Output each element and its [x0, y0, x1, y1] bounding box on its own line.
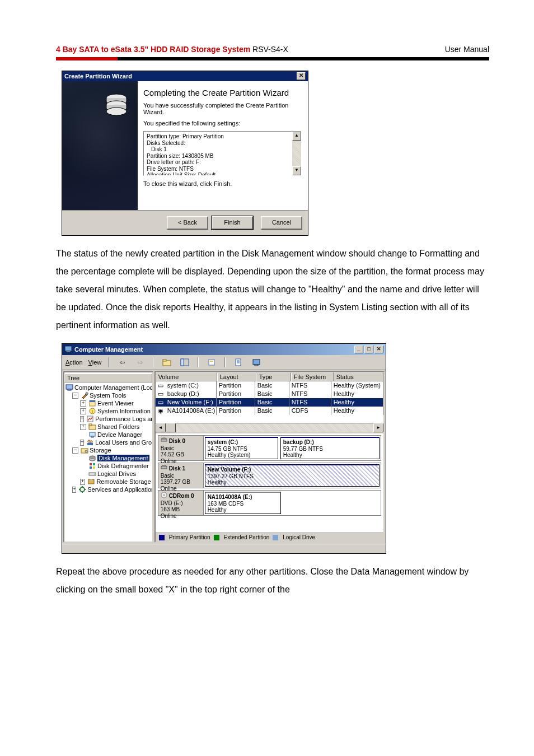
storage-icon [81, 446, 88, 454]
scroll-up-icon[interactable]: ▲ [292, 132, 301, 141]
tree-disk-management[interactable]: Disk Management [64, 454, 152, 462]
computer-icon [65, 384, 73, 391]
services-icon [78, 486, 86, 493]
wizard-titlebar: Create Partition Wizard ✕ [62, 71, 308, 81]
scroll-right-icon[interactable]: ► [373, 423, 383, 432]
tree-local-users[interactable]: + Local Users and Groups [64, 438, 152, 446]
info-icon: i [88, 407, 96, 415]
partition-block[interactable]: backup (D:) 59.77 GB NTFS Healthy [280, 437, 380, 459]
tree-storage[interactable]: − Storage [64, 446, 152, 454]
wizard-setting-row: File System: NTFS [147, 166, 289, 172]
properties-icon[interactable] [205, 356, 218, 368]
tree-system-info[interactable]: + i System Information [64, 407, 152, 415]
expand-icon[interactable]: + [80, 408, 86, 414]
col-volume[interactable]: Volume [156, 372, 217, 381]
tree-header: Tree [64, 374, 152, 382]
expand-icon[interactable]: + [80, 424, 86, 430]
expand-icon[interactable]: + [80, 416, 84, 422]
tree-disk-defrag[interactable]: Disk Defragmenter [64, 462, 152, 470]
drive-icon: ▭ [158, 382, 166, 389]
svg-rect-3 [65, 346, 72, 351]
col-type[interactable]: Type [256, 372, 291, 381]
svg-rect-41 [90, 479, 92, 481]
collapse-icon[interactable]: − [72, 393, 78, 399]
volume-list-header[interactable]: Volume Layout Type File System Status [156, 372, 383, 381]
settings-icon[interactable] [250, 356, 263, 368]
partition-block-selected[interactable]: New Volume (F:) 1397.27 GB NTFS Healthy [205, 464, 380, 487]
nav-forward-icon[interactable]: ⇨ [134, 356, 146, 368]
svg-rect-34 [90, 463, 92, 465]
menu-view[interactable]: View [88, 359, 102, 366]
show-tree-icon[interactable] [179, 356, 191, 368]
computer-management-window: Computer Management _ □ ✕ Action View ⇦ … [62, 343, 386, 554]
mmc-right-panel: Volume Layout Type File System Status ▭ … [154, 371, 385, 543]
wizard-close-hint: To close this wizard, click Finish. [143, 180, 301, 187]
close-icon[interactable]: ✕ [374, 346, 383, 353]
tree-services-apps[interactable]: + Services and Applications [64, 486, 152, 493]
volume-row[interactable]: ▭ backup (D:) Partition Basic NTFS Healt… [156, 390, 383, 398]
wizard-settings-scrollbar[interactable]: ▲ ▼ [292, 131, 301, 176]
wizard-settings-box: Partition type: Primary Partition Disks … [143, 131, 292, 176]
svg-text:i: i [92, 409, 93, 414]
close-icon[interactable]: ✕ [297, 72, 306, 80]
svg-rect-35 [93, 463, 95, 465]
tree-event-viewer[interactable]: + Event Viewer [64, 399, 152, 407]
tree-perf-logs[interactable]: + Performance Logs and Alerts [64, 415, 152, 423]
tree-root[interactable]: Computer Management (Local) [64, 384, 152, 391]
refresh-icon[interactable] [232, 356, 245, 368]
mmc-icon [64, 345, 72, 354]
col-filesystem[interactable]: File System [291, 372, 334, 381]
wizard-setting-row: Disks Selected: [147, 140, 289, 147]
disk-row[interactable]: Disk 0 Basic 74.52 GB Online system (C:)… [158, 435, 381, 461]
expand-icon[interactable]: + [80, 440, 84, 446]
mmc-title: Computer Management [74, 346, 143, 353]
nav-back-icon[interactable]: ⇦ [116, 356, 128, 368]
expand-icon[interactable]: + [72, 487, 76, 493]
col-layout[interactable]: Layout [217, 372, 256, 381]
disk-row[interactable]: Disk 1 Basic 1397.27 GB Online New Volum… [158, 463, 381, 488]
volume-hscroll[interactable]: ◄ ► [156, 423, 383, 432]
disk-row[interactable]: CDRom 0 DVD (E:) 163 MB Online NA1014008… [158, 490, 381, 516]
tools-icon [81, 391, 88, 399]
minimize-icon[interactable]: _ [354, 346, 363, 353]
cancel-button[interactable]: Cancel [261, 216, 302, 230]
tree-system-tools[interactable]: − System Tools [64, 391, 152, 399]
menu-action[interactable]: Action [65, 359, 83, 366]
disk-icon [161, 437, 167, 445]
back-button[interactable]: < Back [167, 216, 208, 230]
disk-graphical-pane[interactable]: Disk 0 Basic 74.52 GB Online system (C:)… [156, 432, 383, 533]
svg-rect-11 [236, 359, 241, 366]
tree-device-manager[interactable]: Device Manager [64, 431, 152, 438]
expand-icon[interactable]: + [80, 479, 85, 485]
scroll-down-icon[interactable]: ▼ [292, 166, 301, 175]
col-status[interactable]: Status [334, 372, 383, 381]
tree-shared-folders[interactable]: + Shared Folders [64, 423, 152, 431]
svg-rect-4 [66, 351, 71, 352]
volume-row-selected[interactable]: ▭ New Volume (F:) Partition Basic NTFS H… [156, 398, 383, 407]
partition-block[interactable]: NA1014008A (E:) 163 MB CDFS Healthy [205, 492, 282, 514]
up-folder-icon[interactable] [161, 356, 173, 368]
tree-logical-drives[interactable]: Logical Drives [64, 470, 152, 478]
volume-row[interactable]: ◉ NA1014008A (E:) Partition Basic CDFS H… [156, 407, 383, 415]
disk-icon [161, 464, 167, 473]
create-partition-wizard-window: Create Partition Wizard ✕ Completing the… [62, 71, 308, 236]
tree-removable-storage[interactable]: + Removable Storage [64, 478, 152, 486]
wizard-setting-row: Disk 1 [147, 146, 289, 153]
svg-point-30 [85, 450, 87, 452]
doc-header: 4 Bay SATA to eSata 3.5" HDD RAID Storag… [56, 45, 489, 54]
collapse-icon[interactable]: − [72, 447, 78, 454]
mmc-tree-panel[interactable]: Tree Computer Management (Local) − Syste… [63, 371, 153, 543]
volume-row[interactable]: ▭ system (C:) Partition Basic NTFS Healt… [156, 381, 383, 390]
scroll-left-icon[interactable]: ◄ [156, 423, 166, 432]
svg-rect-15 [68, 389, 71, 390]
wizard-setting-row: Partition type: Primary Partition [147, 133, 289, 140]
disk-mgmt-icon [88, 454, 96, 462]
wizard-side-graphic [62, 81, 138, 210]
finish-button[interactable]: Finish [212, 216, 253, 230]
maximize-icon[interactable]: □ [364, 346, 373, 353]
svg-rect-46 [161, 466, 167, 469]
expand-icon[interactable]: + [80, 400, 86, 407]
svg-point-27 [90, 441, 92, 443]
partition-block[interactable]: system (C:) 14.75 GB NTFS Healthy (Syste… [205, 437, 278, 459]
body-paragraph: The status of the newly created partitio… [56, 245, 489, 334]
